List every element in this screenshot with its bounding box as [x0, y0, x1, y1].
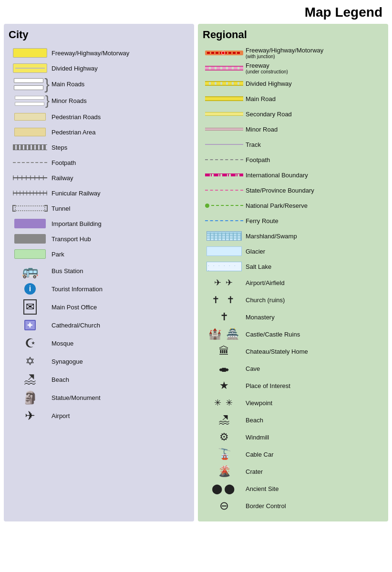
list-item: i Tourist Information	[9, 280, 189, 297]
list-item: Transport Hub	[9, 232, 189, 246]
legend-label: Main Post Office	[52, 304, 189, 311]
legend-label: Place of Interest	[246, 382, 383, 389]
list-item: 🏖 Beach	[9, 371, 189, 388]
bus-icon: 🚌	[22, 263, 39, 279]
list-item: Footpath	[9, 155, 189, 170]
legend-label: National Park/Reserve	[246, 202, 383, 209]
list-item: 🚡 Cable Car	[203, 446, 383, 462]
list-item: Important Building	[9, 216, 189, 231]
list-item: · · · · · · · Salt Lake	[203, 259, 383, 274]
legend-label: Marshland/Swamp	[246, 233, 383, 240]
legend-label: Railway	[52, 174, 189, 182]
regional-column: Regional Freeway/Highway/Motorway(with j…	[198, 24, 388, 521]
list-item: ✡ Synagogue	[9, 353, 189, 370]
legend-label: Cable Car	[246, 451, 383, 458]
legend-label: Glacier	[246, 248, 383, 255]
crater-icon: 🌋	[218, 465, 231, 478]
airport-regional-icon: ✈ ✈	[214, 277, 234, 288]
list-item: 🗿 Statue/Monument	[9, 389, 189, 406]
page-title: Map Legend	[0, 0, 392, 24]
poi-icon: ★	[219, 379, 229, 392]
legend-label: Tunnel	[52, 205, 189, 212]
legend-label: State/Province Boundary	[246, 187, 383, 194]
legend-label: Beach	[52, 376, 189, 383]
list-item: } Minor Roads	[9, 93, 189, 108]
legend-label: Salt Lake	[246, 263, 383, 270]
legend-label: Ferry Route	[246, 217, 383, 225]
legend-label: Statue/Monument	[52, 394, 189, 401]
legend-label: Monastery	[246, 314, 383, 321]
list-item: 🏰 🏯 Castle/Castle Ruins	[203, 326, 383, 342]
legend-label: Freeway/Highway/Motorway(with junction)	[246, 47, 383, 59]
legend-label: Minor Roads	[52, 97, 189, 104]
legend-label: Secondary Road	[246, 111, 383, 118]
list-item: Marshland/Swamp	[203, 229, 383, 243]
legend-label: Divided Highway	[52, 65, 189, 72]
legend-label: Pedestrian Area	[52, 129, 189, 136]
legend-label: Transport Hub	[52, 235, 189, 243]
city-column: City Freeway/Highway/Motorway Divided Hi…	[4, 24, 194, 521]
castle-icon: 🏰 🏯	[208, 328, 240, 340]
list-item: Main Road	[203, 92, 383, 106]
list-item: ★ Place of Interest	[203, 378, 383, 394]
legend-label: Park	[52, 251, 189, 258]
list-item: 🏖 Beach	[203, 412, 383, 428]
list-item: ✝ Monastery	[203, 309, 383, 325]
list-item: ✝ ✝ Church (ruins)	[203, 292, 383, 308]
list-item: ✈ Airport	[9, 407, 189, 424]
list-item: 🏛 Chateau/Stately Home	[203, 343, 383, 359]
list-item: Footpath	[203, 153, 383, 167]
beach-regional-icon: 🏖	[218, 413, 230, 427]
legend-label: Airport	[52, 412, 189, 419]
legend-label: Main Road	[246, 95, 383, 102]
list-item: Track	[203, 137, 383, 152]
statue-icon: 🗿	[22, 390, 38, 405]
legend-label: Footpath	[52, 159, 189, 166]
list-item: Tunnel	[9, 201, 189, 215]
legend-label: Minor Road	[246, 126, 383, 133]
post-icon: ✉	[23, 299, 37, 315]
list-item: Railway	[9, 171, 189, 185]
church-ruins-icon: ✝ ✝	[212, 294, 237, 306]
legend-label: Main Roads	[52, 81, 189, 88]
cathedral-icon: ✚	[24, 320, 36, 330]
list-item: Park	[9, 247, 189, 261]
list-item: State/Province Boundary	[203, 183, 383, 197]
list-item: ⬤⬤ Ancient Site	[203, 480, 383, 497]
list-item: 🕳 Cave	[203, 360, 383, 377]
list-item: ✳ ✳ Viewpoint	[203, 395, 383, 411]
legend-label: Crater	[246, 468, 383, 475]
legend-label: International Boundary	[246, 172, 383, 179]
legend-label: Freeway (under construction)	[246, 62, 383, 74]
border-control-icon: ⊖	[219, 499, 229, 512]
legend-label: Funicular Railway	[52, 190, 189, 197]
legend-label: Chateau/Stately Home	[246, 348, 383, 355]
list-item: } Main Roads	[9, 76, 189, 92]
list-item: International Boundary	[203, 168, 383, 182]
legend-label: Viewpoint	[246, 399, 383, 407]
legend-label: Ancient Site	[246, 485, 383, 492]
list-item: ✚ Cathedral/Church	[9, 317, 189, 334]
list-item: National Park/Reserve	[203, 198, 383, 213]
list-item: Pedestrian Roads	[9, 110, 189, 124]
legend-label: Windmill	[246, 434, 383, 441]
regional-header: Regional	[203, 29, 383, 41]
list-item: Pedestrian Area	[9, 125, 189, 139]
legend-label: Track	[246, 141, 383, 148]
list-item: 🌋 Crater	[203, 463, 383, 480]
synagogue-icon: ✡	[25, 355, 35, 368]
legend-label: Mosque	[52, 340, 189, 347]
list-item: Funicular Railway	[9, 186, 189, 200]
legend-label: Bus Station	[52, 267, 189, 275]
legend-label: Border Control	[246, 502, 383, 510]
list-item: Divided Highway	[9, 61, 189, 75]
list-item: Steps	[9, 140, 189, 154]
info-icon: i	[24, 283, 36, 295]
list-item: ✉ Main Post Office	[9, 298, 189, 316]
legend-label: Church (ruins)	[246, 296, 383, 304]
list-item: Glacier	[203, 244, 383, 258]
monastery-icon: ✝	[220, 311, 228, 323]
legend-label: Divided Highway	[246, 80, 383, 87]
legend-label: Castle/Castle Ruins	[246, 331, 383, 338]
list-item: ⊖ Border Control	[203, 498, 383, 514]
